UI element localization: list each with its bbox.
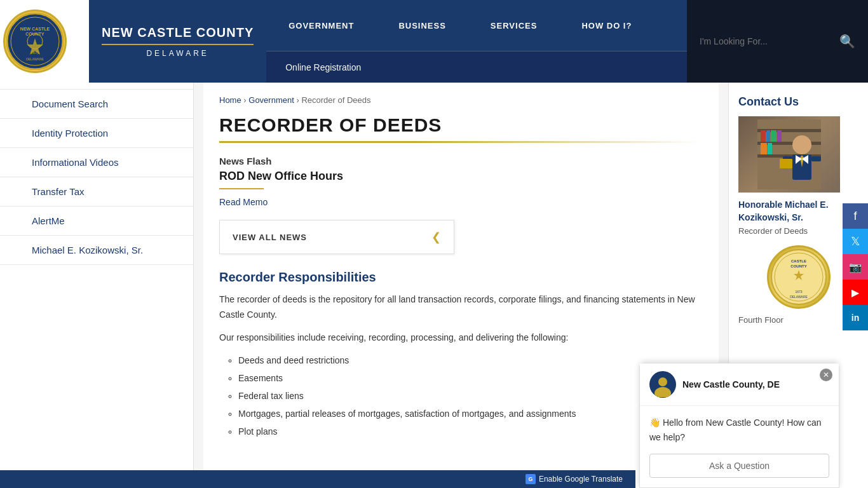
chat-body: 👋 Hello from New Castle County! How can … [640,406,839,487]
breadcrumb-gov[interactable]: Government [248,95,294,105]
svg-point-19 [792,135,811,154]
contact-floor: Fourth Floor [738,315,858,325]
sidebar-item-transfer-tax[interactable]: Transfer Tax [0,177,193,207]
youtube-icon[interactable]: ▶ [843,280,868,305]
view-all-news-label: VIEW ALL NEWS [233,233,307,242]
sidebar-item-informational-videos[interactable]: Informational Videos [0,148,193,177]
top-nav: GOVERNMENT BUSINESS SERVICES HOW DO I? [266,0,687,51]
search-icon[interactable]: 🔍 [839,34,855,49]
county-seal-area: CASTLE COUNTY 1673 DELAWARE [738,245,858,309]
left-sidebar: Document Search Identity Protection Info… [0,83,194,488]
online-registration-link[interactable]: Online Registration [266,51,380,83]
logo-area: NEW CASTLE COUNTY 1673 DELAWARE [0,0,89,83]
svg-rect-13 [761,130,766,142]
contact-role: Recorder of Deeds [738,226,858,236]
nav-area: GOVERNMENT BUSINESS SERVICES HOW DO I? O… [266,0,687,83]
list-item-deeds: Deeds and deed restrictions [238,351,703,369]
translate-bar: G Enable Google Translate [0,470,635,488]
social-sidebar: f 𝕏 📷 ▶ in [843,203,868,330]
svg-rect-17 [761,143,767,154]
breadcrumb: Home › Government › Recorder of Deeds [219,95,703,105]
county-name: NEW CASTLE COUNTY [102,25,254,40]
list-item-federal-tax: Federal tax liens [238,387,703,405]
read-memo-link[interactable]: Read Memo [219,197,268,207]
svg-rect-14 [766,130,770,142]
chat-avatar-svg [650,372,675,397]
search-area: 🔍 [687,0,868,83]
svg-rect-16 [777,130,782,142]
chat-close-btn[interactable]: ✕ [820,369,832,381]
news-flash-section: News Flash ROD New Office Hours Read Mem… [219,156,703,207]
svg-text:COUNTY: COUNTY [790,264,806,268]
breadcrumb-home[interactable]: Home [219,95,241,105]
contact-photo [738,116,840,193]
svg-rect-15 [771,130,776,142]
nav-business[interactable]: BUSINESS [376,0,468,51]
svg-point-35 [658,377,667,386]
news-flash-divider [219,188,264,189]
list-item-plot-plans: Plot plans [238,423,703,440]
news-flash-title: ROD New Office Hours [219,170,703,183]
list-item-easements: Easements [238,369,703,387]
county-seal-svg: CASTLE COUNTY 1673 DELAWARE [770,248,827,306]
svg-text:1673: 1673 [795,290,802,294]
logo-text: NEW CASTLE COUNTY DELAWARE [89,0,266,83]
responsibilities-text1: The recorder of deeds is the repository … [219,292,703,323]
nav-services[interactable]: SERVICES [468,0,560,51]
svg-rect-25 [811,156,821,161]
translate-label[interactable]: Enable Google Translate [539,475,623,484]
chat-header: New Castle County, DE ✕ [640,363,839,406]
translate-google-icon: G [526,474,536,484]
logo-seal[interactable]: NEW CASTLE COUNTY 1673 DELAWARE [3,10,67,73]
sidebar-item-michael[interactable]: Michael E. Kozikowski, Sr. [0,236,193,265]
sidebar-item-document-search[interactable]: Document Search [0,89,193,119]
chevron-icon: ❮ [431,230,441,244]
county-seal: CASTLE COUNTY 1673 DELAWARE [767,245,831,309]
bottom-nav: Online Registration [266,51,687,83]
news-flash-label: News Flash [219,156,703,166]
state-name: DELAWARE [146,49,208,58]
svg-text:DELAWARE: DELAWARE [790,295,808,299]
contact-person-svg [757,119,821,189]
svg-text:NEW CASTLE: NEW CASTLE [20,27,50,31]
breadcrumb-current: Recorder of Deeds [301,95,370,105]
sidebar-item-alertme[interactable]: AlertMe [0,207,193,236]
svg-text:DELAWARE: DELAWARE [26,57,44,61]
page-title: RECORDER OF DEEDS [219,114,703,136]
seal-svg: NEW CASTLE COUNTY 1673 DELAWARE [6,13,64,70]
responsibilities-title[interactable]: Recorder Responsibilities [219,270,703,285]
chat-greeting: 👋 Hello from New Castle County! How can … [649,416,829,444]
facebook-icon[interactable]: f [843,203,868,229]
chat-widget: New Castle County, DE ✕ 👋 Hello from New… [639,363,839,488]
contact-us-title: Contact Us [738,95,858,109]
svg-rect-26 [780,159,792,168]
list-item-mortgages: Mortgages, partial releases of mortgages… [238,405,703,423]
search-input[interactable] [700,36,839,46]
responsibilities-list: Deeds and deed restrictions Easements Fe… [238,351,703,440]
contact-name: Honorable Michael E. Kozikowski, Sr. [738,199,858,224]
nav-how-do-i[interactable]: HOW DO I? [559,0,654,51]
twitter-icon[interactable]: 𝕏 [843,229,868,254]
chat-county-name: New Castle County, DE [682,379,780,390]
chat-ask-button[interactable]: Ask a Question [649,454,829,478]
title-divider [219,141,703,143]
view-all-news-btn[interactable]: VIEW ALL NEWS ❮ [219,220,454,254]
sidebar-item-identity-protection[interactable]: Identity Protection [0,119,193,148]
svg-text:CASTLE: CASTLE [791,259,806,263]
svg-rect-18 [768,143,772,154]
chat-avatar [649,371,676,398]
instagram-icon[interactable]: 📷 [843,254,868,280]
linkedin-icon[interactable]: in [843,305,868,330]
responsibilities-text2: Our responsibilities include receiving, … [219,330,703,346]
site-header: NEW CASTLE COUNTY 1673 DELAWARE NEW CAST… [0,0,868,83]
nav-government[interactable]: GOVERNMENT [266,0,376,51]
